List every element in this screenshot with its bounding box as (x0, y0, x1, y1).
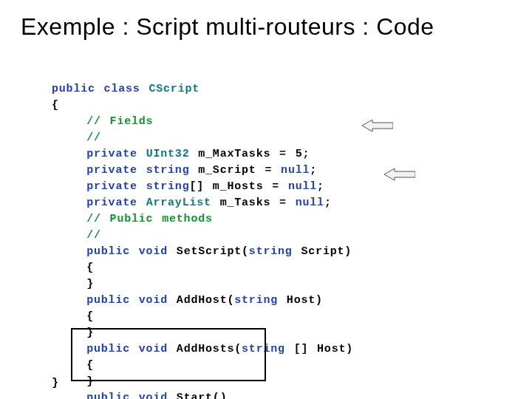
type-cscript: CScript (140, 83, 200, 95)
code-line: } (52, 377, 59, 389)
code-line: public class CScript (52, 81, 436, 98)
code-text: [] m_Hosts = (189, 180, 287, 193)
callout-arrow-icon (384, 167, 415, 182)
code-line: private UInt32 m_MaxTasks = 5; (52, 146, 436, 163)
comment-line: // (52, 228, 436, 244)
keyword-public: public (52, 83, 95, 95)
keyword-private: private (52, 148, 137, 160)
svg-marker-1 (384, 168, 415, 180)
keyword-string: string (137, 180, 190, 193)
svg-marker-0 (362, 120, 393, 132)
keyword-null: null (288, 180, 317, 193)
type-arraylist: ArrayList (137, 197, 211, 209)
code-text: AddHosts( (168, 343, 242, 355)
code-line: private string[] m_Hosts = null; (52, 179, 436, 195)
keyword-null: null (281, 164, 310, 177)
code-text: Script) (293, 245, 352, 258)
code-line: private ArrayList m_Tasks = null; (52, 195, 436, 211)
code-text: m_MaxTasks = 5; (189, 148, 310, 160)
keyword-private: private (52, 197, 137, 209)
slide-title: Exemple : Script multi-routeurs : Code (21, 13, 511, 41)
keyword-private: private (52, 180, 137, 193)
code-text: m_Tasks = (211, 197, 296, 209)
code-text: ; (310, 164, 317, 177)
code-text: ; (317, 180, 324, 193)
keyword-string: string (242, 343, 285, 355)
keyword-private: private (52, 164, 137, 177)
code-text: AddHost( (168, 294, 234, 307)
keyword-public: public (52, 392, 130, 399)
keyword-string: string (249, 245, 293, 258)
keyword-void: void (130, 343, 168, 355)
keyword-string: string (234, 294, 278, 307)
code-line: public void AddHost(string Host) (52, 293, 436, 309)
keyword-public: public (52, 343, 130, 355)
code-text: Host) (278, 294, 323, 307)
code-line: private string m_Script = null; (52, 163, 436, 179)
keyword-public: public (52, 294, 130, 307)
code-text: ; (324, 197, 332, 209)
code-text: [] Host) (285, 343, 353, 355)
code-line: public void AddHosts(string [] Host) (52, 341, 436, 358)
code-text: SetScript( (168, 245, 249, 258)
code-line: } (52, 374, 436, 390)
keyword-null: null (296, 197, 324, 209)
keyword-void: void (130, 392, 168, 399)
keyword-string: string (137, 164, 190, 177)
code-line: { (52, 260, 436, 276)
keyword-public: public (52, 245, 130, 258)
code-line: } (52, 276, 436, 293)
code-line: { (52, 309, 436, 325)
code-line: public void SetScript(string Script) (52, 244, 436, 260)
callout-arrow-icon (362, 118, 393, 133)
code-line: } (52, 325, 436, 341)
keyword-void: void (130, 245, 168, 258)
code-line: { (52, 358, 436, 374)
comment-line: // Public methods (52, 211, 436, 228)
code-text: m_Script = (189, 164, 281, 177)
code-line: { (52, 98, 436, 114)
code-line: public void Start() (52, 390, 436, 399)
type-uint32: UInt32 (137, 148, 190, 160)
slide: Exemple : Script multi-routeurs : Code p… (0, 0, 532, 399)
code-text: Start() (168, 392, 227, 399)
keyword-void: void (130, 294, 168, 307)
keyword-class: class (95, 83, 140, 95)
